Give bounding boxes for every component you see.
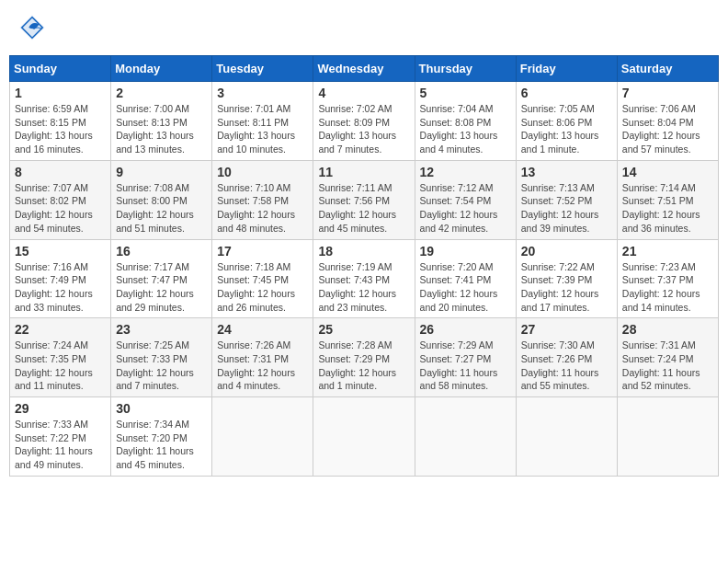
- day-cell-15: 15Sunrise: 7:16 AM Sunset: 7:49 PM Dayli…: [10, 239, 111, 318]
- day-number: 12: [420, 165, 511, 179]
- day-number: 14: [622, 165, 713, 179]
- day-cell-23: 23Sunrise: 7:25 AM Sunset: 7:33 PM Dayli…: [111, 318, 212, 397]
- day-number: 19: [420, 244, 511, 259]
- calendar-week-3: 15Sunrise: 7:16 AM Sunset: 7:49 PM Dayli…: [10, 239, 719, 318]
- day-cell-17: 17Sunrise: 7:18 AM Sunset: 7:45 PM Dayli…: [212, 239, 313, 318]
- day-cell-28: 28Sunrise: 7:31 AM Sunset: 7:24 PM Dayli…: [617, 318, 718, 397]
- empty-cell: [516, 397, 617, 477]
- day-detail: Sunrise: 7:34 AM Sunset: 7:20 PM Dayligh…: [116, 418, 207, 472]
- day-cell-4: 4Sunrise: 7:02 AM Sunset: 8:09 PM Daylig…: [313, 82, 415, 161]
- day-detail: Sunrise: 7:14 AM Sunset: 7:51 PM Dayligh…: [622, 181, 713, 236]
- weekday-header-tuesday: Tuesday: [212, 56, 313, 82]
- day-number: 30: [116, 401, 207, 416]
- day-detail: Sunrise: 7:19 AM Sunset: 7:43 PM Dayligh…: [318, 260, 409, 315]
- day-detail: Sunrise: 7:07 AM Sunset: 8:02 PM Dayligh…: [15, 181, 106, 236]
- day-cell-6: 6Sunrise: 7:05 AM Sunset: 8:06 PM Daylig…: [516, 82, 617, 161]
- day-cell-9: 9Sunrise: 7:08 AM Sunset: 8:00 PM Daylig…: [111, 160, 212, 239]
- weekday-header-saturday: Saturday: [617, 56, 718, 82]
- day-number: 9: [116, 165, 207, 179]
- day-cell-16: 16Sunrise: 7:17 AM Sunset: 7:47 PM Dayli…: [111, 239, 212, 318]
- day-cell-26: 26Sunrise: 7:29 AM Sunset: 7:27 PM Dayli…: [415, 318, 516, 397]
- day-cell-8: 8Sunrise: 7:07 AM Sunset: 8:02 PM Daylig…: [10, 160, 111, 239]
- day-detail: Sunrise: 7:31 AM Sunset: 7:24 PM Dayligh…: [622, 339, 713, 393]
- day-cell-12: 12Sunrise: 7:12 AM Sunset: 7:54 PM Dayli…: [415, 160, 516, 239]
- day-number: 7: [622, 86, 713, 100]
- day-number: 24: [217, 322, 308, 337]
- day-cell-5: 5Sunrise: 7:04 AM Sunset: 8:08 PM Daylig…: [415, 82, 516, 161]
- day-cell-20: 20Sunrise: 7:22 AM Sunset: 7:39 PM Dayli…: [516, 239, 617, 318]
- day-cell-14: 14Sunrise: 7:14 AM Sunset: 7:51 PM Dayli…: [617, 160, 718, 239]
- day-cell-24: 24Sunrise: 7:26 AM Sunset: 7:31 PM Dayli…: [212, 318, 313, 397]
- day-number: 22: [15, 322, 106, 337]
- day-detail: Sunrise: 7:05 AM Sunset: 8:06 PM Dayligh…: [521, 102, 612, 156]
- day-number: 3: [217, 86, 308, 100]
- day-number: 18: [318, 244, 409, 259]
- day-number: 13: [521, 165, 612, 179]
- calendar-week-2: 8Sunrise: 7:07 AM Sunset: 8:02 PM Daylig…: [10, 160, 719, 239]
- day-detail: Sunrise: 7:24 AM Sunset: 7:35 PM Dayligh…: [15, 339, 106, 393]
- day-detail: Sunrise: 7:33 AM Sunset: 7:22 PM Dayligh…: [15, 418, 106, 472]
- calendar-week-5: 29Sunrise: 7:33 AM Sunset: 7:22 PM Dayli…: [10, 397, 719, 477]
- day-cell-3: 3Sunrise: 7:01 AM Sunset: 8:11 PM Daylig…: [212, 82, 313, 161]
- day-number: 29: [15, 401, 106, 416]
- day-cell-11: 11Sunrise: 7:11 AM Sunset: 7:56 PM Dayli…: [313, 160, 415, 239]
- logo: [18, 14, 50, 41]
- weekday-header-wednesday: Wednesday: [313, 56, 415, 82]
- day-number: 23: [116, 322, 207, 337]
- day-detail: Sunrise: 7:10 AM Sunset: 7:58 PM Dayligh…: [217, 181, 308, 236]
- day-cell-30: 30Sunrise: 7:34 AM Sunset: 7:20 PM Dayli…: [111, 397, 212, 477]
- day-number: 26: [420, 322, 511, 337]
- weekday-header-thursday: Thursday: [415, 56, 516, 82]
- day-cell-21: 21Sunrise: 7:23 AM Sunset: 7:37 PM Dayli…: [617, 239, 718, 318]
- day-cell-27: 27Sunrise: 7:30 AM Sunset: 7:26 PM Dayli…: [516, 318, 617, 397]
- day-detail: Sunrise: 7:20 AM Sunset: 7:41 PM Dayligh…: [420, 260, 511, 315]
- day-detail: Sunrise: 7:06 AM Sunset: 8:04 PM Dayligh…: [622, 102, 713, 156]
- day-number: 20: [521, 244, 612, 259]
- day-cell-7: 7Sunrise: 7:06 AM Sunset: 8:04 PM Daylig…: [617, 82, 718, 161]
- day-cell-10: 10Sunrise: 7:10 AM Sunset: 7:58 PM Dayli…: [212, 160, 313, 239]
- day-detail: Sunrise: 7:04 AM Sunset: 8:08 PM Dayligh…: [420, 102, 511, 156]
- day-detail: Sunrise: 7:23 AM Sunset: 7:37 PM Dayligh…: [622, 260, 713, 315]
- calendar-week-1: 1Sunrise: 6:59 AM Sunset: 8:15 PM Daylig…: [10, 82, 719, 161]
- day-number: 5: [420, 86, 511, 100]
- day-detail: Sunrise: 7:29 AM Sunset: 7:27 PM Dayligh…: [420, 339, 511, 393]
- day-number: 16: [116, 244, 207, 259]
- day-cell-19: 19Sunrise: 7:20 AM Sunset: 7:41 PM Dayli…: [415, 239, 516, 318]
- day-number: 21: [622, 244, 713, 259]
- day-number: 8: [15, 165, 106, 179]
- weekday-header-friday: Friday: [516, 56, 617, 82]
- day-cell-1: 1Sunrise: 6:59 AM Sunset: 8:15 PM Daylig…: [10, 82, 111, 161]
- day-detail: Sunrise: 7:16 AM Sunset: 7:49 PM Dayligh…: [15, 260, 106, 315]
- day-detail: Sunrise: 7:02 AM Sunset: 8:09 PM Dayligh…: [318, 102, 409, 156]
- day-number: 11: [318, 165, 409, 179]
- day-number: 4: [318, 86, 409, 100]
- day-detail: Sunrise: 7:28 AM Sunset: 7:29 PM Dayligh…: [318, 339, 409, 393]
- day-number: 17: [217, 244, 308, 259]
- day-detail: Sunrise: 7:30 AM Sunset: 7:26 PM Dayligh…: [521, 339, 612, 393]
- weekday-header-monday: Monday: [111, 56, 212, 82]
- empty-cell: [212, 397, 313, 477]
- empty-cell: [617, 397, 718, 477]
- day-number: 27: [521, 322, 612, 337]
- weekday-header-sunday: Sunday: [10, 56, 111, 82]
- empty-cell: [415, 397, 516, 477]
- day-detail: Sunrise: 7:00 AM Sunset: 8:13 PM Dayligh…: [116, 102, 207, 156]
- day-cell-25: 25Sunrise: 7:28 AM Sunset: 7:29 PM Dayli…: [313, 318, 415, 397]
- day-detail: Sunrise: 7:08 AM Sunset: 8:00 PM Dayligh…: [116, 181, 207, 236]
- day-detail: Sunrise: 7:01 AM Sunset: 8:11 PM Dayligh…: [217, 102, 308, 156]
- day-cell-13: 13Sunrise: 7:13 AM Sunset: 7:52 PM Dayli…: [516, 160, 617, 239]
- day-cell-18: 18Sunrise: 7:19 AM Sunset: 7:43 PM Dayli…: [313, 239, 415, 318]
- calendar-week-4: 22Sunrise: 7:24 AM Sunset: 7:35 PM Dayli…: [10, 318, 719, 397]
- day-detail: Sunrise: 6:59 AM Sunset: 8:15 PM Dayligh…: [15, 102, 106, 156]
- day-cell-29: 29Sunrise: 7:33 AM Sunset: 7:22 PM Dayli…: [10, 397, 111, 477]
- day-detail: Sunrise: 7:17 AM Sunset: 7:47 PM Dayligh…: [116, 260, 207, 315]
- day-cell-22: 22Sunrise: 7:24 AM Sunset: 7:35 PM Dayli…: [10, 318, 111, 397]
- day-detail: Sunrise: 7:12 AM Sunset: 7:54 PM Dayligh…: [420, 181, 511, 236]
- calendar-table: SundayMondayTuesdayWednesdayThursdayFrid…: [9, 55, 719, 477]
- day-number: 10: [217, 165, 308, 179]
- day-number: 1: [15, 86, 106, 100]
- day-number: 25: [318, 322, 409, 337]
- day-detail: Sunrise: 7:13 AM Sunset: 7:52 PM Dayligh…: [521, 181, 612, 236]
- day-detail: Sunrise: 7:18 AM Sunset: 7:45 PM Dayligh…: [217, 260, 308, 315]
- day-number: 6: [521, 86, 612, 100]
